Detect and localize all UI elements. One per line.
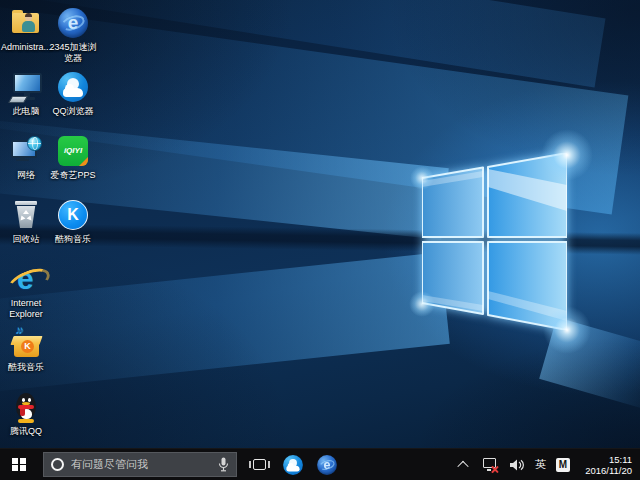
icon-label: 回收站 [13, 234, 40, 245]
internet-explorer-icon: e [9, 262, 43, 296]
desktop-icon-2345-browser[interactable]: e 2345加速浏览器 [46, 6, 100, 64]
icon-label: 2345加速浏览器 [46, 42, 100, 64]
taskbar: 有问题尽管问我 e [0, 448, 640, 480]
input-language-indicator[interactable]: 英 [535, 457, 546, 472]
search-placeholder: 有问题尽管问我 [71, 457, 211, 472]
volume-button[interactable] [508, 457, 525, 473]
system-tray: 英 M 15:11 2016/11/20 [450, 449, 640, 480]
2345-browser-icon: e [56, 6, 90, 40]
show-hidden-icons-button[interactable] [454, 457, 471, 473]
desktop-icon-kuwo-music[interactable]: ♪♪ K 酷我音乐 [0, 326, 53, 373]
microphone-icon[interactable] [218, 457, 229, 472]
qq-browser-icon [56, 70, 90, 104]
cortana-icon [51, 458, 64, 471]
icon-label: 酷狗音乐 [55, 234, 91, 245]
icon-label: Administra... [1, 42, 51, 53]
tencent-qq-icon [9, 390, 43, 424]
clock[interactable]: 15:11 2016/11/20 [580, 454, 632, 476]
desktop-icon-iqiyi-pps[interactable]: iQIYI 爱奇艺PPS [46, 134, 100, 181]
desktop[interactable]: Administra... 此电脑 网络 回收站 e Internet Expl… [0, 0, 640, 448]
this-pc-icon [9, 70, 43, 104]
task-view-button[interactable] [242, 449, 276, 480]
desktop-icon-tencent-qq[interactable]: 腾讯QQ [0, 390, 53, 437]
red-x-badge [490, 465, 499, 474]
desktop-icon-internet-explorer[interactable]: e Internet Explorer [0, 262, 53, 320]
desktop-icon-qq-browser[interactable]: QQ浏览器 [46, 70, 100, 117]
speaker-icon [509, 459, 524, 471]
search-input[interactable]: 有问题尽管问我 [43, 452, 237, 477]
music-notes-icon: ♪♪ [15, 323, 21, 337]
windows-logo [422, 153, 567, 330]
iqiyi-pps-icon: iQIYI [56, 134, 90, 168]
icon-label: 此电脑 [13, 106, 40, 117]
icon-label: QQ浏览器 [52, 106, 93, 117]
desktop-icon-kugou-music[interactable]: K 酷狗音乐 [46, 198, 100, 245]
user-folder-icon [9, 6, 43, 40]
2345-browser-icon: e [316, 453, 338, 475]
icon-label: 网络 [17, 170, 35, 181]
kugou-music-icon: K [56, 198, 90, 232]
ime-badge[interactable]: M [556, 458, 570, 472]
icon-label: 酷我音乐 [8, 362, 44, 373]
start-button[interactable] [0, 449, 38, 480]
network-icon [9, 134, 43, 168]
taskbar-qq-browser-button[interactable] [276, 449, 310, 480]
icon-label: 爱奇艺PPS [50, 170, 95, 181]
tray-time: 15:11 [609, 454, 632, 465]
recycle-bin-icon [9, 198, 43, 232]
chevron-up-icon [457, 460, 468, 471]
tray-date: 2016/11/20 [585, 465, 632, 476]
icon-label: 腾讯QQ [10, 426, 42, 437]
kuwo-music-icon: ♪♪ K [9, 326, 43, 360]
qq-browser-icon [282, 453, 304, 475]
network-status-button[interactable] [481, 457, 498, 473]
icon-label: Internet Explorer [0, 298, 53, 320]
taskbar-2345-browser-button[interactable]: e [310, 449, 344, 480]
windows-start-icon [12, 458, 26, 472]
task-view-icon [253, 459, 266, 470]
